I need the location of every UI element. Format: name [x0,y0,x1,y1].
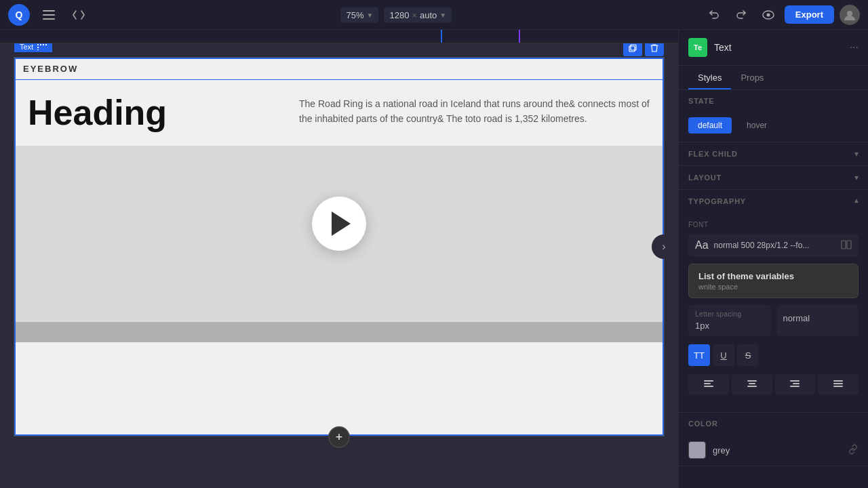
svg-rect-14 [842,241,846,249]
svg-rect-19 [747,380,757,382]
font-value: normal 500 28px/1.2 --fo... [714,241,835,250]
svg-rect-2 [43,18,55,20]
svg-rect-16 [704,380,713,382]
color-label: Color [688,420,718,428]
canvas-container: Text [0,30,678,488]
svg-point-5 [847,11,852,16]
ruler [0,30,678,43]
svg-rect-0 [43,10,55,12]
selected-actions [623,43,664,56]
svg-rect-22 [790,380,800,382]
state-label: STATE [688,97,714,105]
letter-spacing-value: 1px [695,321,764,331]
state-hover-button[interactable]: hover [737,117,776,134]
avatar[interactable] [840,5,860,25]
white-space-field[interactable]: normal [776,305,859,336]
spacing-row: Letter spacing 1px normal [688,305,859,336]
font-book-icon[interactable] [841,240,852,251]
panel-header: Te Text ··· [679,30,868,66]
letter-spacing-label: Letter spacing [695,310,764,318]
svg-rect-10 [37,47,39,48]
color-section-header: Color [679,413,868,434]
layout-label: LAYOUT [688,174,722,182]
underline-button[interactable]: U [713,344,734,366]
panel-more-button[interactable]: ··· [850,41,859,54]
svg-rect-15 [847,241,851,249]
dimension-width: 1280 × auto ▼ [384,7,452,22]
typography-chevron-icon: ▾ [854,197,859,206]
add-element-button[interactable]: + [328,426,350,448]
redo-button[interactable] [730,4,752,26]
align-justify-button[interactable] [818,374,859,394]
align-right-button[interactable] [775,374,816,394]
align-left-button[interactable] [688,374,729,394]
font-aa-label: Aa [695,239,709,251]
color-row: grey [679,434,868,466]
selection-overlay: Text [14,58,664,436]
svg-rect-11 [37,49,39,50]
svg-rect-26 [833,383,843,384]
svg-rect-12 [629,46,635,52]
svg-rect-9 [45,44,47,45]
tooltip-subtitle: wnite space [698,283,848,291]
flex-child-label: FLEX CHILD [688,150,738,158]
align-center-button[interactable] [732,374,772,394]
tooltip-box: List of theme variables wnite space [688,264,859,298]
layout-header[interactable]: LAYOUT ▾ [679,166,868,189]
state-section-header[interactable]: STATE [679,90,868,112]
svg-rect-23 [793,383,800,384]
toolbar: Q 75% ▼ 1280 × auto ▼ [0,0,868,30]
svg-rect-24 [790,386,800,387]
flex-child-chevron-icon: ▾ [854,149,859,159]
strikethrough-button[interactable]: S [737,344,759,366]
layout-chevron-icon: ▾ [854,173,859,182]
tab-props[interactable]: Props [731,66,773,89]
svg-rect-13 [631,45,636,50]
font-label: font [688,221,859,228]
typography-header[interactable]: TYPOGRAPHY ▾ [679,190,868,213]
letter-spacing-field[interactable]: Letter spacing 1px [688,305,771,336]
color-link-icon[interactable] [848,444,859,457]
color-value: grey [713,445,841,455]
panel-title: Text [714,42,843,53]
delete-button[interactable] [645,43,664,56]
svg-rect-7 [40,44,41,45]
svg-rect-20 [749,383,755,384]
side-arrow-button[interactable]: › [652,235,676,259]
svg-rect-17 [704,383,711,384]
zoom-control[interactable]: 75% ▼ [341,7,379,22]
preview-button[interactable] [757,4,779,26]
text-format-buttons: TT U S [688,344,859,366]
main-area: Text [0,30,868,488]
state-default-button[interactable]: default [688,117,732,134]
tab-styles[interactable]: Styles [688,66,731,89]
code-button[interactable] [68,4,90,26]
bold-TT-button[interactable]: TT [688,344,710,366]
flex-child-section: FLEX CHILD ▾ [679,142,868,166]
flex-child-header[interactable]: FLEX CHILD ▾ [679,142,868,165]
svg-rect-18 [704,386,713,387]
right-panel: Te Text ··· Styles Props STATE default [678,30,868,488]
undo-button[interactable] [703,4,725,26]
layers-button[interactable] [38,4,60,26]
selected-label: Text [14,43,52,52]
svg-rect-27 [833,386,843,387]
typography-content: font Aa normal 500 28px/1.2 --fo... List… [679,213,868,412]
typography-section: TYPOGRAPHY ▾ font Aa normal 500 28px/1.2… [679,190,868,413]
logo: Q [8,4,30,26]
font-row: Aa normal 500 28px/1.2 --fo... [688,234,859,257]
state-row: default hover [679,112,868,142]
canvas-scroll[interactable]: Text [0,43,678,488]
svg-rect-1 [43,14,55,16]
export-button[interactable]: Export [785,5,834,24]
component-icon: Te [688,38,707,57]
duplicate-button[interactable] [623,43,642,56]
toolbar-right: Export [703,4,860,26]
color-swatch[interactable] [688,441,706,459]
svg-rect-8 [43,44,44,45]
typography-label: TYPOGRAPHY [688,197,746,205]
color-section: Color grey [679,413,868,466]
svg-rect-25 [833,380,843,382]
svg-rect-6 [37,44,39,45]
panel-tabs: Styles Props [679,66,868,90]
